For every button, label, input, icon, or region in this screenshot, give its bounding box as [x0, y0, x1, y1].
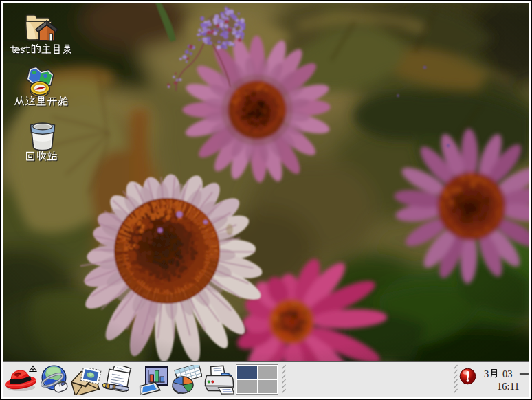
svg-text:03: 03 [502, 368, 513, 379]
svg-text:16:11: 16:11 [497, 381, 520, 392]
svg-text:3: 3 [484, 368, 489, 379]
